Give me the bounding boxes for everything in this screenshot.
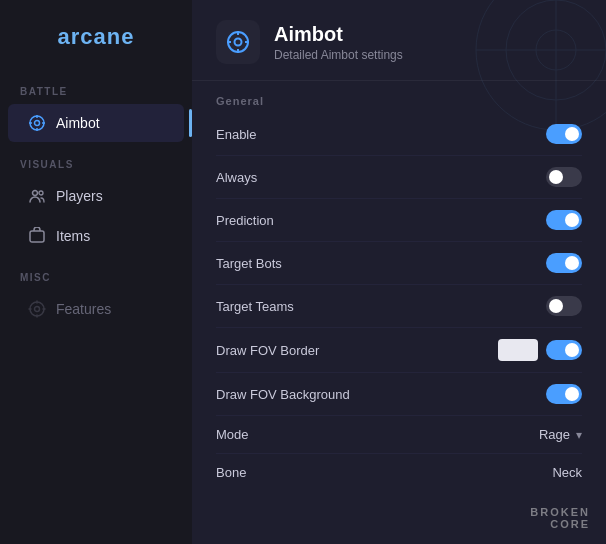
svg-point-7 bbox=[39, 191, 43, 195]
sidebar-item-items-label: Items bbox=[56, 228, 90, 244]
sidebar-item-items[interactable]: Items bbox=[8, 217, 184, 255]
main-content: Aimbot Detailed Aimbot settings General … bbox=[192, 0, 606, 544]
watermark: BROKEN CORE bbox=[530, 506, 590, 530]
setting-target-teams-label: Target Teams bbox=[216, 299, 294, 314]
setting-draw-fov-border: Draw FOV Border bbox=[216, 328, 582, 373]
fov-border-input[interactable] bbox=[498, 339, 538, 361]
header: Aimbot Detailed Aimbot settings bbox=[192, 0, 606, 81]
always-toggle[interactable] bbox=[546, 167, 582, 187]
setting-target-teams: Target Teams bbox=[216, 285, 582, 328]
mode-dropdown[interactable]: Rage ▾ bbox=[539, 427, 582, 442]
prediction-toggle[interactable] bbox=[546, 210, 582, 230]
svg-point-6 bbox=[33, 191, 38, 196]
bone-dropdown-value: Neck bbox=[552, 465, 582, 480]
setting-enable: Enable bbox=[216, 113, 582, 156]
setting-always: Always bbox=[216, 156, 582, 199]
header-icon-container bbox=[216, 20, 260, 64]
svg-rect-8 bbox=[30, 231, 44, 242]
items-icon bbox=[28, 227, 46, 245]
battle-section-label: BATTLE bbox=[0, 70, 192, 103]
general-section-label: General bbox=[216, 81, 582, 113]
setting-target-bots-label: Target Bots bbox=[216, 256, 282, 271]
setting-draw-fov-background: Draw FOV Background bbox=[216, 373, 582, 416]
app-logo: arcane bbox=[58, 24, 135, 50]
svg-point-10 bbox=[35, 307, 40, 312]
svg-point-9 bbox=[30, 302, 44, 316]
target-bots-toggle[interactable] bbox=[546, 253, 582, 273]
features-icon bbox=[28, 300, 46, 318]
players-icon bbox=[28, 187, 46, 205]
chevron-down-icon: ▾ bbox=[576, 428, 582, 442]
sidebar-item-aimbot[interactable]: Aimbot bbox=[8, 104, 184, 142]
misc-section-label: MISC bbox=[0, 256, 192, 289]
sidebar-item-features[interactable]: Features bbox=[8, 290, 184, 328]
svg-point-1 bbox=[35, 121, 40, 126]
setting-draw-fov-border-label: Draw FOV Border bbox=[216, 343, 319, 358]
sidebar-item-players[interactable]: Players bbox=[8, 177, 184, 215]
svg-point-0 bbox=[30, 116, 44, 130]
svg-point-17 bbox=[235, 39, 242, 46]
header-text: Aimbot Detailed Aimbot settings bbox=[274, 23, 403, 62]
bone-dropdown[interactable]: Neck bbox=[552, 465, 582, 480]
content-area: General Enable Always Prediction Target … bbox=[192, 81, 606, 544]
page-title: Aimbot bbox=[274, 23, 403, 46]
setting-bone: Bone Neck bbox=[216, 454, 582, 491]
setting-bone-label: Bone bbox=[216, 465, 246, 480]
fov-border-controls bbox=[498, 339, 582, 361]
watermark-line1: BROKEN bbox=[530, 506, 590, 518]
page-subtitle: Detailed Aimbot settings bbox=[274, 48, 403, 62]
enable-toggle[interactable] bbox=[546, 124, 582, 144]
fov-background-toggle[interactable] bbox=[546, 384, 582, 404]
logo-area: arcane bbox=[0, 0, 192, 70]
target-teams-toggle[interactable] bbox=[546, 296, 582, 316]
aimbot-header-icon bbox=[225, 29, 251, 55]
mode-dropdown-value: Rage bbox=[539, 427, 570, 442]
sidebar-item-features-label: Features bbox=[56, 301, 111, 317]
fov-border-toggle[interactable] bbox=[546, 340, 582, 360]
sidebar: arcane BATTLE Aimbot VISUALS bbox=[0, 0, 192, 544]
setting-draw-fov-background-label: Draw FOV Background bbox=[216, 387, 350, 402]
setting-mode-label: Mode bbox=[216, 427, 249, 442]
setting-always-label: Always bbox=[216, 170, 257, 185]
setting-mode: Mode Rage ▾ bbox=[216, 416, 582, 454]
setting-prediction-label: Prediction bbox=[216, 213, 274, 228]
watermark-line2: CORE bbox=[550, 518, 590, 530]
visuals-section-label: VISUALS bbox=[0, 143, 192, 176]
sidebar-item-players-label: Players bbox=[56, 188, 103, 204]
setting-enable-label: Enable bbox=[216, 127, 256, 142]
setting-prediction: Prediction bbox=[216, 199, 582, 242]
setting-target-bots: Target Bots bbox=[216, 242, 582, 285]
aimbot-icon bbox=[28, 114, 46, 132]
sidebar-item-aimbot-label: Aimbot bbox=[56, 115, 100, 131]
